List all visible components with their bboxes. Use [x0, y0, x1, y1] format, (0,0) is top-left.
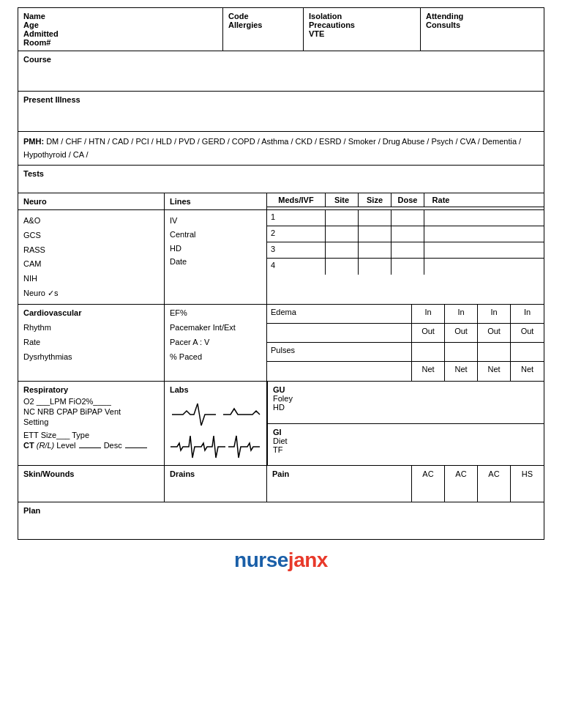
course-row: Course	[18, 51, 544, 92]
drains-label: Drains	[170, 469, 195, 478]
neuro-header: Neuro	[23, 197, 47, 206]
respiratory-label: Respiratory	[23, 385, 159, 394]
meds-num-4: 4	[267, 259, 326, 275]
ac-val-1: AC	[412, 466, 445, 502]
pct-paced-label: % Paced	[170, 352, 261, 361]
lines-data: IV Central HD Date	[165, 210, 267, 304]
size-header: Size	[359, 193, 391, 207]
meds-ivf-header: Meds/IVF	[267, 193, 326, 207]
vte-label: VTE	[309, 29, 415, 38]
header-isolation: Isolation Precautions VTE	[304, 8, 421, 51]
ac-val-2: AC	[445, 466, 478, 502]
lines-central: Central	[170, 228, 261, 242]
age-label: Age	[23, 21, 217, 29]
pmh-text: DM / CHF / HTN / CAD / PCI / HLD / PVD /…	[23, 137, 521, 159]
course-label: Course	[23, 55, 539, 64]
code-label: Code	[228, 12, 298, 21]
out-val-4: Out	[511, 324, 544, 342]
brand-part2: janx	[288, 549, 328, 571]
drains-cell: Drains	[165, 466, 267, 502]
respiratory-section: Respiratory O2 ___LPM FiO2%____ NC NRB C…	[18, 382, 544, 466]
nc-label: NC NRB CPAP BiPAP Vent	[23, 407, 159, 416]
tf-label: TF	[273, 445, 539, 454]
meds-header-row: Meds/IVF Site Size Dose Rate	[267, 193, 544, 207]
ef-label: EF%	[170, 308, 261, 317]
skin-vals: AC AC AC HS	[412, 466, 544, 502]
pacer-label: Pacer A : V	[170, 338, 261, 346]
out-val-1: Out	[412, 324, 445, 342]
lines-header: Lines	[170, 197, 191, 206]
neuro-rass: RASS	[23, 243, 159, 257]
edema-label: Edema	[267, 305, 412, 323]
pmh-row: PMH: DM / CHF / HTN / CAD / PCI / HLD / …	[18, 132, 544, 166]
labs-label: Labs	[170, 385, 189, 394]
cardiovascular-section: Cardiovascular Rhythm Rate Dysrhythmias …	[18, 305, 544, 382]
medical-form: Name Age Admitted Room# Code Allergies I…	[18, 7, 544, 540]
lines-hd: HD	[170, 242, 261, 256]
in-val-4: In	[511, 305, 544, 323]
cardio-blank-4	[478, 343, 511, 361]
meds-num-3: 3	[267, 242, 326, 258]
hs-val: HS	[511, 466, 544, 502]
lines-date: Date	[170, 255, 261, 269]
meds-row-1: 1	[267, 210, 544, 226]
pain-label: Pain	[272, 469, 289, 478]
name-label: Name	[23, 12, 217, 21]
cardiovascular-label: Cardiovascular	[23, 308, 159, 317]
isolation-label: Isolation	[309, 12, 415, 21]
attending-label: Attending	[426, 12, 539, 21]
cardio-left: Cardiovascular Rhythm Rate Dysrhythmias	[18, 305, 165, 381]
neuro-header-cell: Neuro	[18, 193, 165, 209]
header-patient-info: Name Age Admitted Room#	[18, 8, 223, 51]
net-val-1: Net	[412, 362, 445, 381]
meds-row-3: 3	[267, 242, 544, 259]
hd-resp-label: HD	[273, 403, 539, 412]
plan-row: Plan	[18, 502, 544, 539]
brand-part1: nurse	[234, 549, 288, 571]
neuro-checks: Neuro ✓s	[23, 286, 159, 300]
lines-iv: IV	[170, 214, 261, 228]
net-val-4: Net	[511, 362, 544, 381]
cardio-blank-5	[511, 343, 544, 361]
meds-size-1	[359, 210, 391, 226]
cardio-blank-3	[445, 343, 478, 361]
meds-dose-4	[391, 259, 424, 275]
allergies-label: Allergies	[228, 21, 298, 29]
rhythm-label: Rhythm	[23, 323, 159, 332]
skin-label-cell: Skin/Wounds	[18, 466, 165, 502]
cardio-edema-row: Edema In In In In	[267, 305, 544, 324]
meds-dose-3	[391, 242, 424, 258]
pulses-label: Pulses	[267, 343, 412, 361]
present-illness-label: Present Illness	[23, 95, 539, 104]
foley-label: Foley	[273, 394, 539, 403]
plan-label: Plan	[23, 506, 40, 515]
consults-label: Consults	[426, 21, 539, 29]
meds-num-1: 1	[267, 210, 326, 226]
present-illness-row: Present Illness	[18, 92, 544, 132]
in-val-3: In	[478, 305, 511, 323]
cardio-mid: EF% Pacemaker Int/Ext Pacer A : V % Pace…	[165, 305, 267, 381]
out-val-2: Out	[445, 324, 478, 342]
resp-left: Respiratory O2 ___LPM FiO2%____ NC NRB C…	[18, 382, 165, 465]
dose-header: Dose	[391, 193, 424, 207]
resp-right: GU Foley HD GI Diet TF	[267, 382, 544, 465]
rate-header: Rate	[424, 193, 457, 207]
o2-label: O2 ___LPM FiO2%____	[23, 397, 159, 406]
gu-label: GU	[273, 385, 539, 394]
tests-label: Tests	[23, 169, 539, 178]
cardio-right: Edema In In In In Out Out Out Out Pulses	[267, 305, 544, 381]
meds-size-4	[359, 259, 391, 275]
admitted-label: Admitted	[23, 29, 217, 38]
neuro-ao: A&O	[23, 214, 159, 228]
ett-label: ETT Size___ Type	[23, 431, 159, 439]
in-val-2: In	[445, 305, 478, 323]
site-header: Site	[326, 193, 359, 207]
meds-row-4: 4	[267, 259, 544, 275]
cardio-pulses-row: Pulses	[267, 343, 544, 362]
out-val-3: Out	[478, 324, 511, 342]
diet-label: Diet	[273, 437, 539, 445]
gi-label: GI	[273, 428, 539, 437]
room-label: Room#	[23, 38, 217, 47]
pacemaker-label: Pacemaker Int/Ext	[170, 323, 261, 332]
meds-row-2: 2	[267, 226, 544, 242]
